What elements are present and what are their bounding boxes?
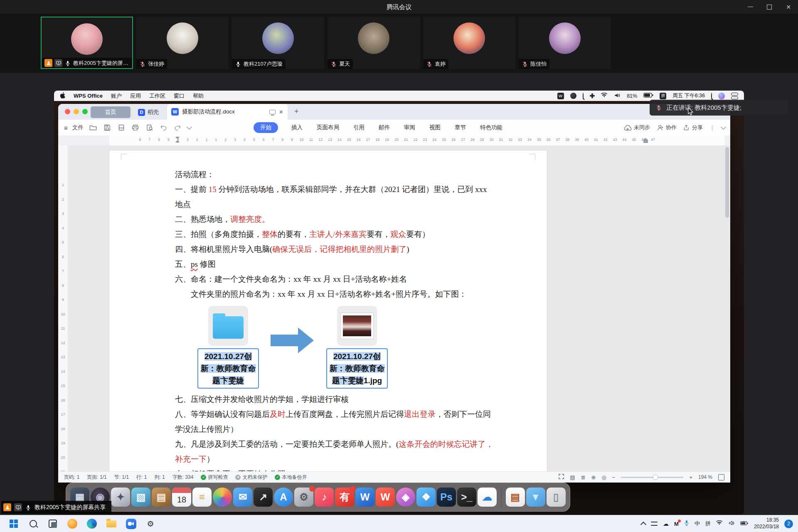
- tray-overflow-icon[interactable]: [640, 521, 646, 527]
- zoom-slider[interactable]: [621, 477, 683, 478]
- notification-m-icon[interactable]: M: [674, 521, 679, 527]
- tray-battery-icon[interactable]: [740, 521, 749, 527]
- settings-app-icon[interactable]: ⚙: [143, 516, 158, 532]
- menubar-app-name[interactable]: WPS Office: [74, 93, 103, 99]
- tray-volume-icon[interactable]: [729, 520, 735, 527]
- dock-calendar-app[interactable]: 18: [172, 488, 191, 507]
- doc-tab-close-icon[interactable]: ✕: [279, 109, 283, 115]
- tab-home[interactable]: 首页: [91, 106, 131, 118]
- participant-tile[interactable]: 夏天: [328, 17, 420, 69]
- menubar-menu-item[interactable]: 窗口: [174, 92, 185, 100]
- participant-tile[interactable]: 陈佳怡: [519, 17, 611, 69]
- more-options-icon[interactable]: ⋮: [709, 125, 715, 131]
- export-pdf-icon[interactable]: PDF: [117, 123, 126, 132]
- spellcheck-status[interactable]: ✓ 拼写检查: [201, 474, 228, 481]
- dock-launchpad[interactable]: ✦: [111, 488, 130, 507]
- share-button[interactable]: 分享: [683, 124, 703, 131]
- eye-protect-icon[interactable]: ◎: [601, 474, 606, 480]
- ribbon-tab-章节[interactable]: 章节: [454, 122, 467, 133]
- participant-tile[interactable]: 教科2005卞雯婕的屏幕共...: [41, 17, 133, 69]
- dock-photoshop-app[interactable]: Ps: [437, 488, 456, 507]
- compass-status-icon[interactable]: [570, 93, 576, 99]
- file-menu[interactable]: 文件: [72, 124, 84, 131]
- present-icon[interactable]: [269, 110, 276, 114]
- participant-tile[interactable]: 张佳婷: [136, 17, 229, 69]
- orange-app-icon[interactable]: [64, 516, 80, 532]
- dock-mail-app[interactable]: ✉: [233, 488, 252, 507]
- mac-close-button[interactable]: [65, 109, 70, 114]
- close-button[interactable]: ✕: [779, 0, 798, 14]
- dock-baidu-pan-app[interactable]: ☁: [478, 488, 497, 507]
- ribbon-tab-特色功能[interactable]: 特色功能: [479, 122, 503, 133]
- edge-browser-icon[interactable]: [84, 516, 100, 532]
- zoom-slider-knob[interactable]: [653, 475, 658, 480]
- menubar-menu-item[interactable]: 账户: [111, 92, 122, 100]
- spotlight-icon[interactable]: [711, 93, 712, 99]
- ribbon-tab-引用[interactable]: 引用: [352, 122, 365, 133]
- zoom-percent[interactable]: 194 %: [698, 474, 712, 480]
- onedrive-icon[interactable]: ☁: [663, 520, 669, 527]
- menubar-menu-item[interactable]: 工作区: [149, 92, 165, 100]
- dock-gallery-app[interactable]: ▧: [131, 488, 150, 507]
- siri-icon[interactable]: [718, 93, 725, 99]
- print-preview-icon[interactable]: [145, 123, 154, 132]
- dock-terminal-app[interactable]: >_: [457, 488, 476, 507]
- taskbar-search-icon[interactable]: [25, 516, 41, 532]
- zoom-out-button[interactable]: −: [612, 474, 616, 480]
- dock-wps-app[interactable]: W: [376, 488, 395, 507]
- participant-tile[interactable]: 教科2107卢思璇: [232, 17, 324, 69]
- fullscreen-icon[interactable]: [559, 474, 564, 480]
- ribbon-tab-开始[interactable]: 开始: [254, 122, 278, 133]
- web-view-icon[interactable]: ⊕: [591, 474, 596, 480]
- participant-tile[interactable]: 袁婷: [423, 17, 515, 69]
- dock-music-app[interactable]: ♪: [315, 488, 334, 507]
- print-icon[interactable]: [131, 123, 140, 132]
- dock-pink-media-app[interactable]: ◈: [396, 488, 415, 507]
- dock-reminders-app[interactable]: ≡: [192, 488, 212, 507]
- tab-docer[interactable]: D 稻壳: [138, 106, 159, 118]
- ime-mode-cn[interactable]: 中: [695, 520, 700, 527]
- tab-document[interactable]: W 摄影部活动流程.docx ✕: [167, 104, 288, 120]
- ime-mode-pinyin[interactable]: 拼: [705, 520, 711, 527]
- notification-count-badge[interactable]: 2: [784, 520, 793, 528]
- wifi-status-icon[interactable]: [601, 93, 608, 99]
- wps-status-icon[interactable]: W: [557, 93, 564, 99]
- ribbon-tab-页面布局[interactable]: 页面布局: [316, 122, 340, 133]
- control-center-icon[interactable]: [731, 93, 738, 99]
- ribbon-tab-视图[interactable]: 视图: [429, 122, 441, 133]
- move-status-icon[interactable]: ✚: [590, 92, 595, 100]
- photo-caption[interactable]: 2021.10.27创新：教师教育命题卞雯婕1.jpg: [326, 348, 388, 389]
- taskbar-clock[interactable]: 18:35 2022/03/18: [754, 517, 779, 530]
- dock-stocks-app[interactable]: ↗: [254, 488, 273, 507]
- dock-preview-document[interactable]: ▤: [506, 488, 525, 507]
- folder-caption[interactable]: 2021.10.27创新：教师教育命题卞雯婕: [197, 348, 259, 389]
- zoom-in-button[interactable]: +: [689, 474, 692, 480]
- apple-menu-icon[interactable]: [60, 92, 65, 100]
- redo-icon[interactable]: [173, 123, 182, 132]
- dock-photos-app[interactable]: [213, 488, 232, 507]
- hamburger-icon[interactable]: ≡: [64, 124, 67, 131]
- ribbon-tab-审阅[interactable]: 审阅: [403, 122, 416, 133]
- ribbon-tab-插入[interactable]: 插入: [291, 122, 303, 133]
- save-icon[interactable]: [103, 123, 112, 132]
- quick-settings-icon[interactable]: [651, 521, 658, 526]
- backup-status[interactable]: ✓ 本地备份开: [275, 474, 307, 481]
- ime-status-icon[interactable]: 拼: [660, 93, 666, 99]
- open-icon[interactable]: [89, 123, 98, 132]
- page-view-icon[interactable]: ▤: [570, 474, 575, 480]
- mac-minimize-button[interactable]: [74, 109, 79, 114]
- collab-button[interactable]: 协作: [657, 124, 677, 131]
- vertical-scrollbar-thumb[interactable]: [725, 147, 729, 218]
- tray-mic-icon[interactable]: [684, 520, 689, 527]
- document-page[interactable]: 活动流程：一、提前 15 分钟到活动场地，联系采辑部同学，并在大群（2021 记…: [109, 150, 547, 471]
- tencent-meeting-icon[interactable]: [123, 516, 139, 532]
- dock-blue-bird-app[interactable]: ❖: [416, 488, 436, 507]
- volume-status-icon[interactable]: [614, 93, 621, 99]
- screenshot-status-icon[interactable]: [583, 93, 584, 99]
- new-tab-button[interactable]: +: [294, 107, 299, 116]
- mac-zoom-button[interactable]: [82, 109, 88, 114]
- collapse-ribbon-icon[interactable]: [721, 124, 726, 130]
- menubar-clock[interactable]: 周五 下午6:36: [672, 92, 705, 99]
- sync-status[interactable]: 未同步: [623, 124, 650, 131]
- task-view-icon[interactable]: [45, 516, 61, 532]
